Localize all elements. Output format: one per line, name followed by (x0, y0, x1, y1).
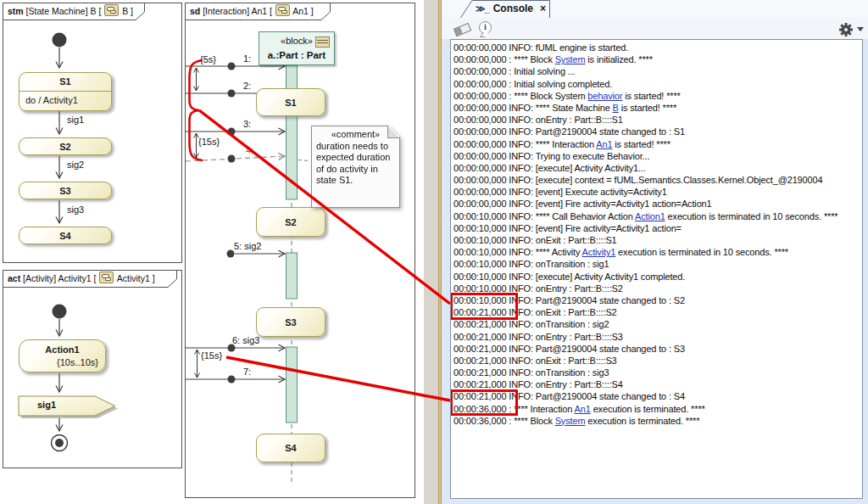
state-machine-icon (104, 4, 119, 16)
console-link[interactable]: System (555, 416, 586, 426)
log-text: execution is terminated in 10 seconds. *… (615, 247, 788, 257)
console-line: 00:00:10,000 INFO: **** Call Behavior Ac… (453, 210, 862, 222)
comment-anchor (298, 160, 310, 161)
console-line: 00:00:00,000 INFO: **** Interaction An1 … (453, 138, 862, 150)
state-do-activity: do / Activity1 (19, 92, 111, 109)
state-invariant-s1[interactable]: S1 (256, 88, 326, 116)
log-text: INFO: Part@2190004 state changed to : S2 (506, 295, 684, 305)
state-name: S1 (19, 73, 111, 92)
state-s1[interactable]: S1 do / Activity1 (19, 72, 112, 111)
duration-constraint-5s[interactable]: {5s} (200, 54, 216, 64)
message-label-1[interactable]: 1: (243, 53, 251, 64)
send-signal-action[interactable] (19, 396, 115, 416)
log-text: is initialized. **** (585, 54, 652, 64)
state-name: S2 (59, 142, 70, 152)
info-button-tail (480, 32, 488, 37)
lifeline-name: a.:Part : Part (259, 48, 334, 62)
log-timestamp: 00:00:00,000 (453, 42, 506, 53)
console-link[interactable]: An1 (596, 139, 612, 149)
console-line: 00:00:21,000 INFO: Part@2190004 state ch… (453, 343, 862, 355)
initial-node[interactable] (53, 305, 67, 319)
activation-bar[interactable] (287, 253, 298, 299)
log-text: INFO: onEntry : Part::B::::S1 (506, 115, 622, 125)
console-link[interactable]: B (613, 103, 619, 113)
state-s3[interactable]: S3 (19, 182, 112, 199)
log-text: INFO: onExit : Part::B::::S3 (506, 356, 616, 366)
comment-note[interactable]: «comment» duration needs to expected dur… (311, 126, 400, 208)
log-timestamp: 00:00:00,000 (453, 54, 506, 64)
log-timestamp: 00:00:00,000 (453, 126, 506, 137)
log-text: INFO: Trying to execute Behavior... (506, 151, 649, 161)
lifeline-head[interactable]: «block» a.:Part : Part (259, 31, 335, 65)
activation-bar[interactable] (287, 347, 298, 423)
console-line: 00:00:21,000 INFO: onTransition : sig2 (453, 318, 862, 330)
log-timestamp: 00:00:10,000 (453, 283, 506, 294)
initial-node[interactable] (53, 33, 67, 48)
console-line: 00:00:10,000 INFO: [execute] Activity Ac… (453, 271, 862, 283)
stm-frame-header[interactable]: stm [State Machine] B [ B ] (3, 3, 145, 20)
state-invariant-s4[interactable]: S4 (256, 434, 326, 462)
log-text: : Initial solving ... (506, 66, 575, 76)
log-text: INFO: **** Interaction (506, 139, 596, 149)
sd-frame-header[interactable]: sd [Interaction] An1 [ An1 ] (185, 3, 331, 20)
transition-label-sig3[interactable]: sig3 (67, 204, 84, 215)
console-link[interactable]: Activity1 (582, 247, 616, 257)
duration-constraint-15s-lower[interactable]: {15s} (201, 350, 222, 361)
duration-constraint-15s-upper[interactable]: {15s} (198, 137, 220, 147)
message-label-2[interactable]: 2: (243, 81, 251, 91)
panel-gap (424, 0, 438, 504)
console-line: 00:00:00,000 : Initial solving ... (453, 65, 862, 77)
clear-console-button[interactable] (453, 23, 471, 36)
console-line: 00:00:10,000 INFO: **** Activity Activit… (453, 246, 862, 258)
log-timestamp: 00:00:00,000 (453, 66, 506, 76)
console-line: 00:00:00,000 : Initial solving completed… (453, 78, 862, 90)
activation-bar[interactable] (287, 65, 298, 199)
console-line: 00:00:21,000 INFO: onTransition : sig3 (453, 367, 862, 378)
gear-dropdown-caret[interactable] (857, 27, 864, 31)
act-frame-header[interactable]: act [Activity] Activity1 [ Activity1 ] (3, 270, 177, 288)
frame-title-suffix: An1 ] (291, 6, 314, 16)
interaction-icon (275, 4, 290, 16)
message-label-4[interactable]: 4: (246, 145, 253, 155)
console-line: 00:00:00,000 INFO: **** State Machine B … (453, 102, 862, 114)
call-behavior-action1[interactable]: Action1 {10s..10s} (19, 339, 106, 372)
console-line: 00:00:10,000 INFO: onTransition : sig1 (453, 258, 862, 270)
message-label-3[interactable]: 3: (243, 119, 251, 129)
log-timestamp: 00:00:00,000 (453, 91, 506, 101)
frame-title: [Activity] Activity1 [ (20, 273, 98, 283)
log-timestamp: 00:00:00,000 (453, 79, 506, 89)
console-link[interactable]: Action1 (635, 211, 665, 221)
send-signal-label[interactable]: sig1 (37, 400, 56, 410)
gear-icon[interactable] (838, 22, 854, 37)
log-text: execution is terminated. **** (591, 404, 705, 414)
console-link[interactable]: behavior (587, 91, 622, 101)
console-log[interactable]: 00:00:00,000 INFO: fUML engine is starte… (450, 39, 863, 499)
log-text: INFO: onEntry : Part::B::::S2 (506, 283, 622, 294)
tab-label: Console (493, 3, 533, 14)
log-timestamp: 00:00:00,000 (453, 151, 506, 161)
log-timestamp: 00:00:21,000 (453, 332, 506, 342)
message-label-7[interactable]: 7: (243, 367, 251, 377)
console-line: 00:00:21,000 INFO: onExit : Part::B::::S… (453, 355, 862, 367)
console-link[interactable]: An1 (575, 404, 591, 414)
close-icon[interactable]: × (540, 3, 546, 14)
console-link[interactable]: System (555, 54, 586, 64)
log-text: INFO: **** State Machine (506, 103, 612, 113)
state-invariant-s2[interactable]: S2 (256, 207, 326, 237)
transition-label-sig1[interactable]: sig1 (67, 115, 84, 125)
state-invariant-s3[interactable]: S3 (256, 307, 326, 337)
log-timestamp: 00:00:21,000 (453, 344, 506, 354)
console-tab-band: ≫_Console× (442, 0, 868, 19)
console-prompt-icon: ≫_ (476, 3, 489, 14)
comment-stereotype: «comment» (316, 129, 395, 141)
transition-label-sig2[interactable]: sig2 (67, 160, 84, 170)
console-line: 00:00:36,000 : **** Block System executi… (453, 415, 862, 427)
state-s2[interactable]: S2 (19, 137, 112, 155)
state-name: S1 (285, 98, 296, 108)
tab-console[interactable]: ≫_Console× (460, 0, 550, 18)
log-text: : **** Block (506, 416, 554, 426)
log-text: INFO: [event] Fire activity=Activity1 ac… (506, 223, 681, 233)
state-s4[interactable]: S4 (19, 227, 112, 244)
message-label-5[interactable]: 5: sig2 (234, 241, 261, 251)
message-label-6[interactable]: 6: sig3 (232, 335, 259, 345)
